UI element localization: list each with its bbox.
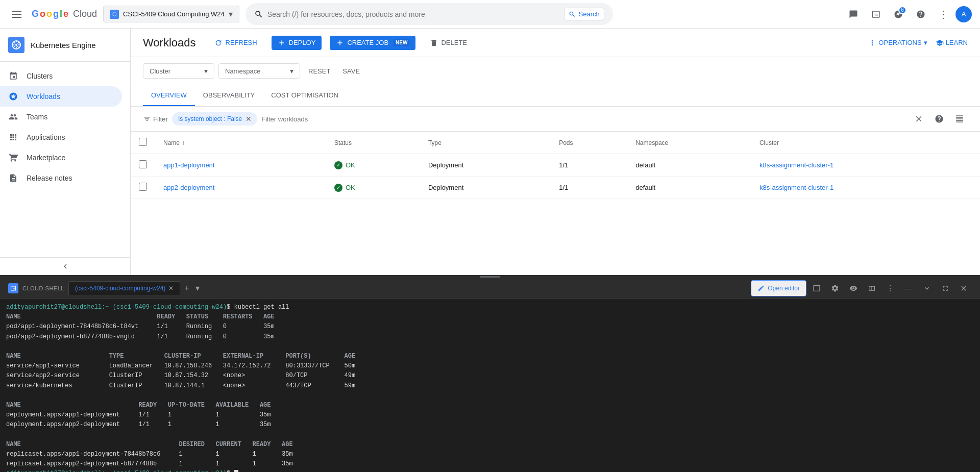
- kubernetes-engine-logo: [8, 37, 24, 53]
- learn-icon: [936, 39, 944, 47]
- content-area: Workloads REFRESH DEPLOY CREATE JOB NEW …: [131, 29, 980, 275]
- filter-area[interactable]: Filter: [143, 115, 168, 123]
- release-notes-icon: [8, 173, 18, 183]
- project-selector[interactable]: ⬡ CSCI-5409 Cloud Computing W24 ▾: [103, 6, 239, 22]
- help-filter-button[interactable]: [931, 111, 947, 127]
- clear-filter-button[interactable]: [911, 111, 927, 127]
- filter-chip-label: Is system object : False: [178, 115, 242, 122]
- more-shell-button[interactable]: ⋮: [882, 280, 898, 296]
- filter-bar: Cluster ▾ Namespace ▾ RESET SAVE: [131, 57, 980, 85]
- shell-dropdown-button[interactable]: ▾: [193, 281, 202, 295]
- sidebar-item-teams[interactable]: Teams: [0, 107, 122, 127]
- row2-checkbox[interactable]: [139, 183, 147, 191]
- help-filter-icon: [935, 114, 944, 123]
- alerts-button[interactable]: 6: [888, 4, 909, 24]
- row2-name-link[interactable]: app2-deployment: [163, 184, 214, 191]
- notifications-button[interactable]: [843, 4, 864, 24]
- add-tab-button[interactable]: +: [182, 282, 191, 295]
- learn-button[interactable]: LEARN: [936, 39, 968, 47]
- user-avatar[interactable]: A: [955, 6, 972, 22]
- project-name: CSCI-5409 Cloud Computing W24: [123, 10, 225, 18]
- shell-line-9: service/kubernetes ClusterIP 10.87.144.1…: [6, 381, 974, 391]
- open-editor-button[interactable]: Open editor: [751, 280, 806, 296]
- tab-observability[interactable]: OBSERVABILITY: [195, 85, 263, 106]
- delete-button[interactable]: DELETE: [424, 36, 473, 50]
- col-namespace: Namespace: [627, 132, 751, 154]
- tab-overview[interactable]: OVERVIEW: [143, 85, 195, 106]
- row2-cluster: k8s-assignment-cluster-1: [751, 177, 980, 199]
- save-button[interactable]: SAVE: [338, 64, 364, 78]
- settings-button[interactable]: [827, 280, 843, 296]
- hamburger-menu[interactable]: [8, 7, 26, 22]
- teams-icon: [8, 112, 18, 122]
- more-shell-icon: ⋮: [886, 283, 894, 293]
- help-button[interactable]: [911, 4, 931, 24]
- fullscreen-button[interactable]: [937, 280, 953, 296]
- editor-icon: [757, 285, 765, 292]
- cluster-select[interactable]: Cluster ▾: [143, 63, 214, 79]
- sidebar-item-marketplace[interactable]: Marketplace: [0, 147, 122, 168]
- sidebar-item-workloads[interactable]: Workloads: [0, 86, 122, 107]
- shell-tab-main[interactable]: (csci-5409-cloud-computing-w24) ✕: [68, 281, 180, 295]
- namespace-chevron-icon: ▾: [290, 67, 293, 75]
- delete-label: DELETE: [441, 39, 467, 46]
- collapse-icon: [61, 262, 70, 271]
- project-chevron-icon: ▾: [229, 9, 233, 19]
- reset-button[interactable]: RESET: [304, 64, 334, 78]
- new-badge: NEW: [394, 39, 409, 46]
- operations-label: OPERATIONS: [878, 39, 921, 46]
- search-icon: [254, 10, 263, 19]
- filter-workloads-input[interactable]: [261, 115, 906, 123]
- table-filter-bar: Filter Is system object : False ✕: [131, 107, 980, 132]
- minimize-button[interactable]: —: [900, 280, 917, 296]
- chat-icon: [849, 10, 858, 19]
- row1-cluster-link[interactable]: k8s-assignment-cluster-1: [760, 161, 834, 169]
- row1-name-link[interactable]: app1-deployment: [163, 161, 214, 169]
- shell-line-11: NAME READY UP-TO-DATE AVAILABLE AGE: [6, 401, 974, 410]
- select-all-header: [131, 132, 155, 154]
- more-options-button[interactable]: ⋮: [933, 4, 953, 24]
- preview-button[interactable]: [845, 280, 862, 296]
- preview-icon: [849, 284, 857, 292]
- deploy-button[interactable]: DEPLOY: [272, 36, 322, 50]
- operations-button[interactable]: OPERATIONS ▾: [868, 39, 927, 47]
- expand-button[interactable]: [919, 280, 935, 296]
- sidebar-collapse-button[interactable]: [0, 257, 130, 275]
- svg-point-2: [15, 44, 17, 46]
- row2-checkbox-cell: [131, 177, 155, 199]
- sort-arrow-icon: ↑: [182, 139, 185, 146]
- shell-tabs: (csci-5409-cloud-computing-w24) ✕ + ▾: [68, 281, 202, 295]
- sidebar-item-clusters[interactable]: Clusters: [0, 66, 122, 86]
- row2-cluster-link[interactable]: k8s-assignment-cluster-1: [760, 184, 834, 191]
- create-job-button[interactable]: CREATE JOB NEW: [330, 36, 415, 50]
- shell-tab-close-icon[interactable]: ✕: [168, 285, 174, 292]
- global-search-input[interactable]: [267, 10, 560, 18]
- select-all-checkbox[interactable]: [139, 138, 147, 146]
- global-search-bar[interactable]: Search: [246, 3, 613, 25]
- cluster-select-label: Cluster: [150, 67, 202, 75]
- cloud-shell-label: CLOUD SHELL: [22, 285, 64, 291]
- split-button[interactable]: [864, 280, 880, 296]
- deploy-icon: [278, 39, 286, 47]
- sidebar-item-applications[interactable]: Applications: [0, 127, 122, 147]
- filter-label: Filter: [153, 115, 168, 123]
- shell-body[interactable]: adityapurohit27@cloudshell:~ (csci-5409-…: [0, 299, 980, 472]
- shell-line-16: replicaset.apps/app1-deployment-78448b78…: [6, 450, 974, 459]
- close-shell-button[interactable]: [955, 280, 972, 296]
- filter-chip-remove-button[interactable]: ✕: [244, 114, 253, 123]
- row1-type: Deployment: [420, 154, 551, 177]
- sidebar-header: Kubernetes Engine: [0, 29, 130, 62]
- columns-button[interactable]: [951, 111, 968, 127]
- row2-namespace: default: [627, 177, 751, 199]
- terminal-button[interactable]: [866, 4, 886, 24]
- tab-cost-optimisation[interactable]: COST OPTIMISATION: [263, 85, 347, 106]
- search-button[interactable]: Search: [564, 8, 604, 20]
- refresh-button[interactable]: REFRESH: [208, 36, 263, 50]
- sidebar-item-release-notes[interactable]: Release notes: [0, 168, 122, 188]
- sidebar-title: Kubernetes Engine: [31, 41, 96, 49]
- shell-line-2: NAME READY STATUS RESTARTS AGE: [6, 312, 974, 322]
- sidebar-item-release-notes-label: Release notes: [27, 174, 72, 182]
- terminal-mode-button[interactable]: [808, 280, 825, 296]
- row1-checkbox[interactable]: [139, 160, 147, 168]
- namespace-select[interactable]: Namespace ▾: [218, 63, 300, 79]
